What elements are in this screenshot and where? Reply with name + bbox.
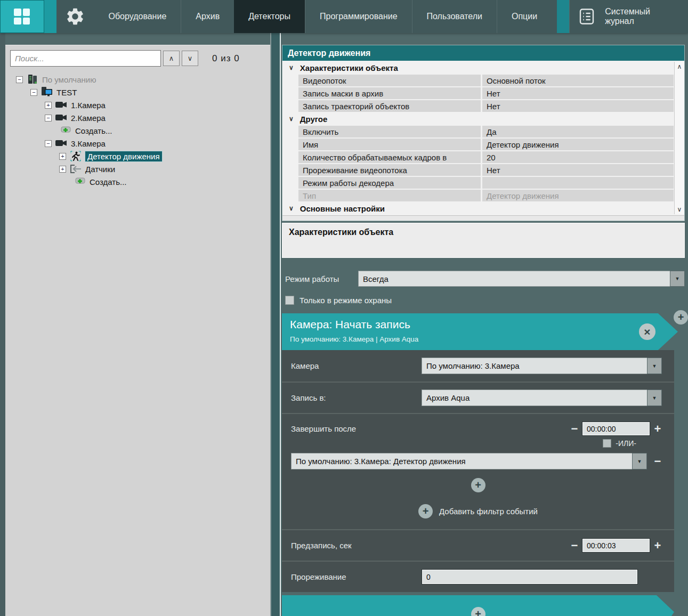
- tree-item-camera-2[interactable]: − 2.Камера: [5, 111, 270, 124]
- decrease-time-button[interactable]: −: [567, 422, 582, 436]
- property-row-decoder-mode[interactable]: Режим работы декодера: [282, 177, 674, 189]
- increase-time-button[interactable]: +: [650, 539, 665, 553]
- close-action-button[interactable]: ×: [639, 323, 655, 340]
- add-action-corner-button[interactable]: +: [674, 310, 688, 325]
- tab-options[interactable]: Опции: [497, 0, 552, 33]
- camera-icon: [55, 138, 68, 149]
- property-grid-scrollbar[interactable]: ∧ ∨: [674, 62, 684, 214]
- app-menu-button[interactable]: [0, 0, 44, 33]
- scroll-up-icon[interactable]: ∧: [677, 63, 682, 70]
- record-to-label: Запись в:: [291, 393, 422, 402]
- or-checkbox[interactable]: [603, 439, 611, 448]
- tab-users[interactable]: Пользователи: [412, 0, 497, 33]
- create-plus-icon: [74, 176, 86, 187]
- server-domain-icon: [26, 74, 39, 85]
- topbar-accent-strip: [44, 0, 56, 33]
- property-row-videostream[interactable]: Видеопоток Основной поток: [282, 75, 674, 86]
- decimation-input[interactable]: [422, 569, 638, 585]
- property-grid: ∨ Характеристики объекта Видеопоток Осно…: [282, 61, 684, 214]
- chevron-down-icon: ∨: [289, 115, 294, 123]
- property-row-stream-decimation[interactable]: Прореживание видеопотока Нет: [282, 164, 674, 176]
- property-grid-hscrollbar[interactable]: [282, 215, 684, 221]
- prerecord-time-input[interactable]: [582, 538, 650, 553]
- camera-select[interactable]: По умолчанию: 3.Камера ▼: [422, 358, 662, 374]
- tree-item-create-under-camera-2[interactable]: Создать...: [5, 124, 270, 137]
- property-row-name[interactable]: Имя Детектор движения: [282, 139, 674, 150]
- property-row-fps[interactable]: Количество обрабатываемых кадров в 20: [282, 151, 674, 163]
- tree-item-create-under-camera-3[interactable]: Создать...: [5, 175, 270, 188]
- search-input[interactable]: [10, 50, 161, 67]
- device-tree: − По умолчанию − TEST + 1.Камера −: [5, 73, 270, 188]
- collapse-expander[interactable]: −: [45, 115, 52, 121]
- section-row-basic-settings[interactable]: ∨ Основные настройки: [282, 202, 674, 214]
- plus-icon[interactable]: +: [674, 310, 688, 325]
- property-row-enable[interactable]: Включить Да: [282, 126, 674, 137]
- tree-item-default-domain[interactable]: − По умолчанию: [5, 73, 270, 86]
- settings-button[interactable]: [56, 0, 94, 33]
- add-event-filter-button[interactable]: Добавить фильтр событий: [439, 507, 538, 516]
- add-filter-plus-icon[interactable]: +: [418, 504, 433, 518]
- expand-expander[interactable]: +: [45, 102, 52, 109]
- detector-settings-panel: Детектор движения ∨ Характеристики объек…: [282, 45, 688, 616]
- work-mode-select[interactable]: Всегда ▼: [358, 271, 685, 287]
- guard-mode-label: Только в режиме охраны: [300, 296, 392, 305]
- tab-programming[interactable]: Программирование: [305, 0, 412, 33]
- decimation-row: Прореживание: [282, 561, 674, 592]
- work-mode-label: Режим работы: [282, 274, 358, 283]
- left-edge-strip: [0, 33, 5, 616]
- close-icon: ×: [644, 326, 650, 338]
- tree-search-row: ∧ ∨ 0 из 0: [5, 45, 270, 70]
- server-host-icon: [41, 87, 53, 98]
- section-row-other[interactable]: ∨ Другое: [282, 113, 674, 125]
- dropdown-arrow-icon[interactable]: ▼: [647, 390, 662, 406]
- or-label: -ИЛИ-: [616, 439, 636, 448]
- expand-expander[interactable]: +: [59, 153, 66, 160]
- increase-time-button[interactable]: +: [650, 422, 665, 436]
- collapse-expander[interactable]: −: [30, 89, 37, 96]
- search-result-counter: 0 из 0: [212, 53, 240, 64]
- tree-item-motion-detector[interactable]: + Детектор движения: [5, 150, 270, 163]
- add-action-plus-icon[interactable]: +: [471, 607, 485, 616]
- collapse-expander[interactable]: −: [45, 140, 52, 147]
- dropdown-arrow-icon[interactable]: ▼: [670, 271, 685, 287]
- finish-after-label: Завершить после: [291, 424, 422, 433]
- journal-label: Системный журнал: [605, 7, 677, 26]
- finish-after-row: Завершить после − + -ИЛИ- По умолчанию: …: [282, 413, 674, 529]
- camera-field-row: Камера По умолчанию: 3.Камера ▼: [282, 350, 674, 382]
- decrease-time-button[interactable]: −: [567, 539, 582, 553]
- expand-expander[interactable]: +: [59, 166, 66, 173]
- record-to-field-row: Запись в: Архив Aqua ▼: [282, 382, 674, 413]
- action-form: Камера По умолчанию: 3.Камера ▼ Запись в…: [282, 350, 674, 592]
- collapse-expander[interactable]: −: [16, 76, 23, 83]
- add-action-bar[interactable]: +: [282, 595, 674, 616]
- event-source-select[interactable]: По умолчанию: 3.Камера: Детектор движени…: [291, 453, 647, 469]
- dropdown-arrow-icon[interactable]: ▼: [632, 453, 647, 469]
- dropdown-arrow-icon[interactable]: ▼: [647, 358, 662, 374]
- finish-after-time-input[interactable]: [582, 422, 650, 436]
- remove-event-button[interactable]: −: [650, 455, 665, 468]
- motion-detector-icon: [69, 151, 82, 161]
- tree-item-server-test[interactable]: − TEST: [5, 86, 270, 99]
- property-row-mask-record[interactable]: Запись маски в архив Нет: [282, 87, 674, 99]
- action-subtitle: По умолчанию: 3.Камера | Архив Aqua: [290, 335, 678, 343]
- system-journal-button[interactable]: Системный журнал: [569, 0, 688, 33]
- panel-splitter[interactable]: [270, 33, 281, 616]
- section-row-object-characteristics[interactable]: ∨ Характеристики объекта: [282, 62, 674, 74]
- tree-item-camera-1[interactable]: + 1.Камера: [5, 99, 270, 111]
- tab-detectors[interactable]: Детекторы: [234, 0, 305, 33]
- tab-archive[interactable]: Архив: [181, 0, 234, 33]
- property-row-type: Тип Детектор движения: [282, 190, 674, 201]
- add-event-button[interactable]: +: [471, 478, 485, 492]
- scroll-down-icon[interactable]: ∨: [677, 206, 682, 213]
- tab-equipment[interactable]: Оборудование: [94, 0, 181, 33]
- tree-item-sensors[interactable]: + Датчики: [5, 163, 270, 175]
- property-row-track-record[interactable]: Запись траекторий объектов Нет: [282, 100, 674, 112]
- action-card-start-recording: + Камера: Начать запись По умолчанию: 3.…: [282, 313, 674, 616]
- search-next-button[interactable]: ∨: [182, 51, 198, 66]
- gear-icon: [65, 6, 85, 27]
- tree-item-camera-3[interactable]: − 3.Камера: [5, 137, 270, 150]
- create-plus-icon: [59, 125, 72, 136]
- search-prev-button[interactable]: ∧: [163, 51, 180, 66]
- guard-mode-checkbox[interactable]: [285, 296, 294, 305]
- archive-select[interactable]: Архив Aqua ▼: [422, 390, 662, 406]
